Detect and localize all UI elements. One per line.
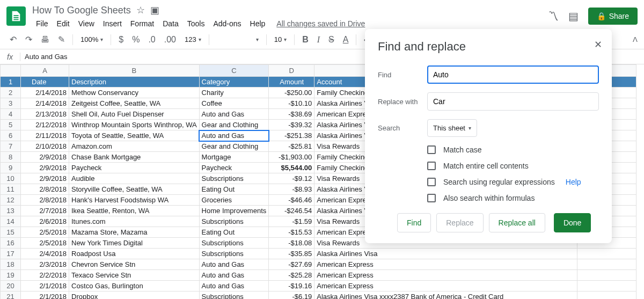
font-size-select[interactable]: 10▾ <box>271 33 290 46</box>
cell[interactable]: 2/14/2018 <box>21 87 69 98</box>
currency-icon[interactable]: $ <box>115 33 127 47</box>
row-header[interactable]: 16 <box>1 238 21 249</box>
replace-button[interactable]: Replace <box>436 213 483 232</box>
formulas-checkbox[interactable] <box>427 194 436 202</box>
redo-icon[interactable]: ↷ <box>22 32 35 47</box>
cell[interactable]: -$6.19 <box>269 291 314 300</box>
italic-icon[interactable]: I <box>314 33 323 47</box>
cell[interactable]: Methow Conservancy <box>69 87 200 98</box>
cell[interactable]: Coffee <box>199 98 269 109</box>
zoom-select[interactable]: 100%▾ <box>77 33 106 46</box>
cell[interactable]: Auto and Gas <box>199 130 269 141</box>
cell[interactable]: 2/9/2018 <box>21 163 69 173</box>
cell[interactable]: -$15.53 <box>269 227 314 238</box>
col-header-a[interactable]: A <box>21 65 69 77</box>
cell[interactable]: -$1,903.00 <box>269 152 314 163</box>
paint-format-icon[interactable]: ✎ <box>55 32 68 47</box>
print-icon[interactable]: 🖶 <box>38 33 53 47</box>
cell[interactable]: Auto and Gas <box>199 259 269 270</box>
table-row[interactable]: 182/3/2018Chevron Service StnAuto and Ga… <box>1 259 636 270</box>
row-header[interactable]: 15 <box>1 227 21 238</box>
strikethrough-icon[interactable]: S <box>325 33 338 47</box>
bold-icon[interactable]: B <box>299 33 312 47</box>
select-all-corner[interactable] <box>1 65 21 77</box>
regex-checkbox[interactable] <box>427 178 436 186</box>
cell[interactable]: Audible <box>69 173 200 184</box>
cell[interactable]: Home Improvements <box>199 206 269 216</box>
col-header-d[interactable]: D <box>269 65 314 77</box>
find-input[interactable] <box>427 65 599 84</box>
table-row[interactable]: 212/1/2018DropboxSubscriptions-$6.19Alas… <box>1 291 636 300</box>
cell[interactable]: -$1.59 <box>269 216 314 227</box>
table-row[interactable]: 202/1/2018Costco Gas, BurlingtonAuto and… <box>1 281 636 291</box>
row-header[interactable]: 21 <box>1 291 21 300</box>
cell[interactable]: Zeitgeist Coffee, Seattle, WA <box>69 98 200 109</box>
row-header[interactable]: 20 <box>1 281 21 291</box>
cell[interactable]: $5,544.00 <box>269 163 314 173</box>
cell[interactable]: Groceries <box>199 195 269 206</box>
cell[interactable]: Ikea Seattle, Renton, WA <box>69 206 200 216</box>
cell[interactable]: Chevron Service Stn <box>69 259 200 270</box>
sheets-logo[interactable] <box>6 6 26 26</box>
cell[interactable]: Subscriptions <box>199 173 269 184</box>
find-button[interactable]: Find <box>397 213 431 232</box>
cell[interactable]: -$19.16 <box>269 281 314 291</box>
increase-decimal-icon[interactable]: .00 <box>161 33 179 47</box>
cell[interactable]: American Express <box>314 281 577 291</box>
row-header[interactable]: 2 <box>1 87 21 98</box>
doc-title[interactable]: How To Google Sheets <box>32 5 131 16</box>
cell[interactable]: Mortgage <box>199 152 269 163</box>
header-cell[interactable]: Date <box>21 77 69 87</box>
cell[interactable]: 2/10/2018 <box>21 141 69 152</box>
cell[interactable]: 2/12/2018 <box>21 120 69 130</box>
cell[interactable]: Auto and Gas <box>199 281 269 291</box>
cell[interactable]: 2/14/2018 <box>21 98 69 109</box>
cell[interactable]: Alaska Airlines Visa <box>314 249 577 259</box>
row-header[interactable]: 14 <box>1 216 21 227</box>
cell[interactable]: -$46.46 <box>269 195 314 206</box>
cell[interactable]: -$251.38 <box>269 130 314 141</box>
cell[interactable]: 2/9/2018 <box>21 152 69 163</box>
row-header[interactable]: 9 <box>1 163 21 173</box>
row-header[interactable]: 3 <box>1 98 21 109</box>
row-header[interactable]: 18 <box>1 259 21 270</box>
cell[interactable]: Dropbox <box>69 291 200 300</box>
cell[interactable]: -$35.85 <box>269 249 314 259</box>
cell[interactable]: 2/6/2018 <box>21 216 69 227</box>
row-header[interactable]: 5 <box>1 120 21 130</box>
entire-cell-checkbox[interactable] <box>427 162 436 170</box>
cell[interactable]: 2/7/2018 <box>21 206 69 216</box>
cell[interactable]: 2/3/2018 <box>21 259 69 270</box>
cell[interactable]: Winthrop Mountain Sports Winthrop, WA <box>69 120 200 130</box>
cell[interactable]: Eating Out <box>199 227 269 238</box>
cell[interactable]: American Express <box>314 259 577 270</box>
cell[interactable]: Gear and Clothing <box>199 141 269 152</box>
cell[interactable]: Hank's Harvest Foodstwisp WA <box>69 195 200 206</box>
percent-icon[interactable]: % <box>129 33 143 47</box>
cell[interactable]: Chase Bank Mortgage <box>69 152 200 163</box>
menu-help[interactable]: Help <box>246 17 269 30</box>
row-header[interactable]: 1 <box>1 77 21 87</box>
table-row[interactable]: 192/2/2018Texaco Service StnAuto and Gas… <box>1 270 636 281</box>
cell[interactable]: Gear and Clothing <box>199 120 269 130</box>
menu-edit[interactable]: Edit <box>53 17 74 30</box>
row-header[interactable]: 8 <box>1 152 21 163</box>
cell[interactable]: -$10.10 <box>269 98 314 109</box>
cell[interactable]: Itunes.com <box>69 216 200 227</box>
comments-icon[interactable]: ▤ <box>568 10 579 23</box>
cell[interactable]: Mazama Store, Mazama <box>69 227 200 238</box>
undo-icon[interactable]: ↶ <box>6 32 20 47</box>
font-select[interactable]: ▾ <box>214 34 262 45</box>
cell[interactable]: Auto and Gas <box>199 109 269 120</box>
done-button[interactable]: Done <box>554 213 591 232</box>
menu-insert[interactable]: Insert <box>99 17 126 30</box>
cell[interactable]: Costco Gas, Burlington <box>69 281 200 291</box>
number-format-select[interactable]: 123▾ <box>181 33 204 46</box>
cell[interactable]: Subscriptions <box>199 238 269 249</box>
cell[interactable]: Eating Out <box>199 184 269 195</box>
cell[interactable]: Paycheck <box>69 163 200 173</box>
row-header[interactable]: 13 <box>1 206 21 216</box>
cell[interactable]: Shell Oil, Auto Fuel Dispenser <box>69 109 200 120</box>
cell[interactable]: -$38.69 <box>269 109 314 120</box>
row-header[interactable]: 4 <box>1 109 21 120</box>
